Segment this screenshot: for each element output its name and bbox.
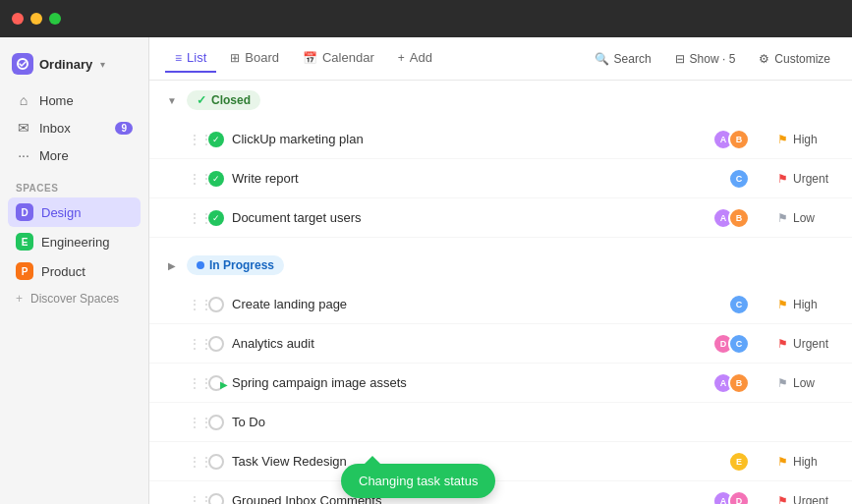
task-checkbox[interactable] [208, 336, 224, 352]
workspace-name: Ordinary [39, 57, 92, 72]
sidebar-item-home[interactable]: ⌂ Home [8, 86, 141, 114]
priority-flag: ⚑ Urgent [777, 494, 836, 505]
task-checkbox[interactable] [208, 415, 224, 430]
priority-label: Urgent [793, 337, 828, 351]
app-body: Ordinary ▾ ⌂ Home ✉ Inbox 9 ··· More Spa… [0, 37, 852, 504]
drag-handle-icon[interactable]: ⋮⋮ [189, 455, 200, 469]
task-checkbox[interactable]: ✓ [208, 171, 224, 187]
customize-icon: ⚙ [759, 52, 769, 66]
space-label: Product [41, 264, 85, 279]
plus-icon: + [16, 292, 23, 306]
priority-label: Urgent [793, 172, 828, 186]
sidebar-item-engineering[interactable]: E Engineering [8, 227, 141, 256]
sidebar-nav: ⌂ Home ✉ Inbox 9 ··· More [0, 83, 148, 173]
task-assignees: C [728, 294, 750, 315]
closed-status-label: Closed [211, 93, 251, 107]
table-row: ⋮⋮ Grouped Inbox Comments A D ⚑ Urgent [149, 481, 852, 504]
show-button[interactable]: ⊟ Show · 5 [669, 48, 742, 70]
customize-button[interactable]: ⚙ Customize [753, 48, 836, 70]
task-name[interactable]: ClickUp marketing plan [232, 132, 705, 146]
flag-icon: ⚑ [777, 337, 788, 351]
task-name[interactable]: Write report [232, 171, 720, 186]
discover-spaces-button[interactable]: + Discover Spaces [0, 286, 148, 311]
task-name[interactable]: Create landing page [232, 297, 720, 311]
drag-handle-icon[interactable]: ⋮⋮ [189, 376, 200, 390]
list-icon: ≡ [175, 51, 182, 65]
drag-handle-icon[interactable]: ⋮⋮ [189, 494, 200, 505]
sidebar-item-design[interactable]: D Design [8, 197, 141, 227]
flag-icon: ⚑ [777, 211, 788, 225]
add-tab-icon: + [398, 51, 405, 65]
priority-flag: ⚑ Urgent [777, 172, 836, 186]
task-name[interactable]: Document target users [232, 210, 705, 225]
avatar: C [728, 333, 750, 355]
workspace-icon [12, 53, 33, 75]
group-header-in-progress[interactable]: ▶ In Progress [149, 246, 852, 285]
avatar: C [728, 294, 750, 315]
priority-flag: ⚑ Urgent [777, 337, 836, 351]
sidebar-item-label: Inbox [39, 121, 71, 136]
drag-handle-icon[interactable]: ⋮⋮ [189, 133, 200, 146]
traffic-lights [12, 13, 61, 25]
avatar: B [728, 372, 750, 394]
show-icon: ⊟ [675, 52, 685, 66]
task-assignees: A B [712, 207, 750, 229]
avatar: D [728, 490, 750, 505]
task-checkbox[interactable] [208, 297, 224, 312]
check-icon: ✓ [212, 174, 220, 184]
board-icon: ⊞ [230, 51, 240, 65]
table-row: ⋮⋮ To Do [149, 403, 852, 442]
table-row: ⋮⋮ Analytics audit D C ⚑ Urgent [149, 324, 852, 364]
inbox-icon: ✉ [16, 120, 31, 136]
task-checkbox[interactable] [208, 454, 224, 470]
priority-flag: ⚑ High [777, 298, 836, 311]
status-change-arrow: ▶ [220, 379, 228, 390]
chevron-down-icon: ▼ [165, 93, 179, 107]
tab-bar: ≡ List ⊞ Board 📅 Calendar + Add 🔍 Search [149, 37, 852, 81]
priority-label: High [793, 455, 818, 469]
fullscreen-button[interactable] [49, 13, 61, 25]
task-checkbox[interactable]: ▶ [208, 375, 224, 391]
group-header-closed[interactable]: ▼ ✓ Closed [149, 81, 852, 120]
tab-list[interactable]: ≡ List [165, 44, 216, 73]
in-progress-status-label: In Progress [209, 258, 274, 272]
check-icon: ✓ [212, 213, 220, 223]
task-checkbox[interactable]: ✓ [208, 132, 224, 147]
sidebar: Ordinary ▾ ⌂ Home ✉ Inbox 9 ··· More Spa… [0, 37, 149, 504]
tab-calendar[interactable]: 📅 Calendar [293, 44, 384, 73]
task-checkbox[interactable]: ✓ [208, 210, 224, 226]
table-row: ⋮⋮ ✓ ClickUp marketing plan A B ⚑ High [149, 120, 852, 159]
table-row: ⋮⋮ Create landing page C ⚑ High [149, 285, 852, 324]
priority-label: Low [793, 211, 815, 225]
avatar: C [728, 168, 750, 190]
drag-handle-icon[interactable]: ⋮⋮ [189, 172, 200, 186]
task-checkbox[interactable] [208, 493, 224, 505]
more-icon: ··· [16, 147, 31, 163]
titlebar [0, 0, 852, 37]
task-assignees: E [728, 451, 750, 473]
tab-label: Add [410, 50, 432, 65]
task-name[interactable]: Spring campaign image assets [232, 375, 705, 390]
closed-check-icon: ✓ [197, 93, 206, 107]
status-badge-closed: ✓ Closed [187, 90, 260, 110]
tab-label: Calendar [322, 50, 374, 65]
sidebar-item-inbox[interactable]: ✉ Inbox 9 [8, 114, 141, 141]
workspace-header[interactable]: Ordinary ▾ [0, 45, 148, 83]
flag-icon: ⚑ [777, 298, 788, 311]
close-button[interactable] [12, 13, 24, 25]
tab-add[interactable]: + Add [388, 44, 442, 73]
sidebar-item-more[interactable]: ··· More [8, 141, 141, 169]
sidebar-item-product[interactable]: P Product [8, 256, 141, 286]
search-button[interactable]: 🔍 Search [589, 48, 657, 70]
drag-handle-icon[interactable]: ⋮⋮ [189, 337, 200, 351]
avatar: B [728, 207, 750, 229]
task-name[interactable]: Analytics audit [232, 336, 705, 351]
drag-handle-icon[interactable]: ⋮⋮ [189, 298, 200, 311]
search-icon: 🔍 [595, 52, 609, 66]
sidebar-item-label: More [39, 148, 69, 163]
drag-handle-icon[interactable]: ⋮⋮ [189, 211, 200, 225]
minimize-button[interactable] [30, 13, 42, 25]
task-name[interactable]: To Do [232, 415, 742, 429]
drag-handle-icon[interactable]: ⋮⋮ [189, 416, 200, 429]
tab-board[interactable]: ⊞ Board [220, 44, 289, 73]
